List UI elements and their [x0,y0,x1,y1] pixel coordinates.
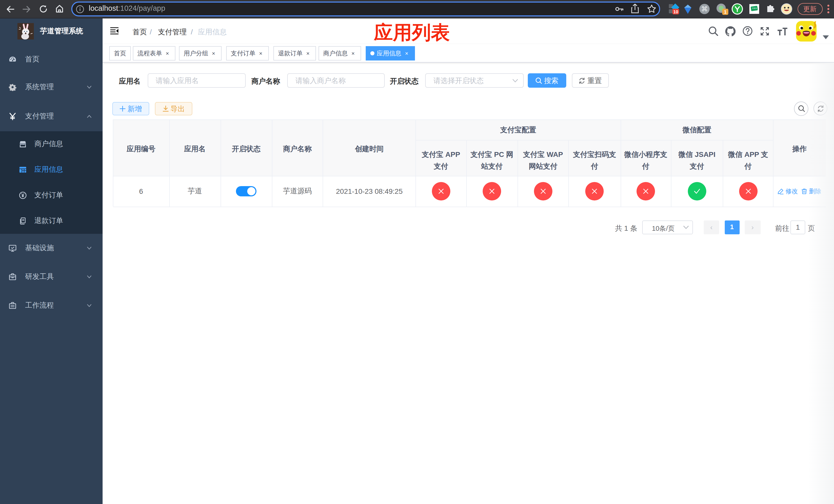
svg-text:10: 10 [674,9,678,14]
svg-text:⌘: ⌘ [701,5,708,13]
svg-text:1: 1 [724,9,727,15]
